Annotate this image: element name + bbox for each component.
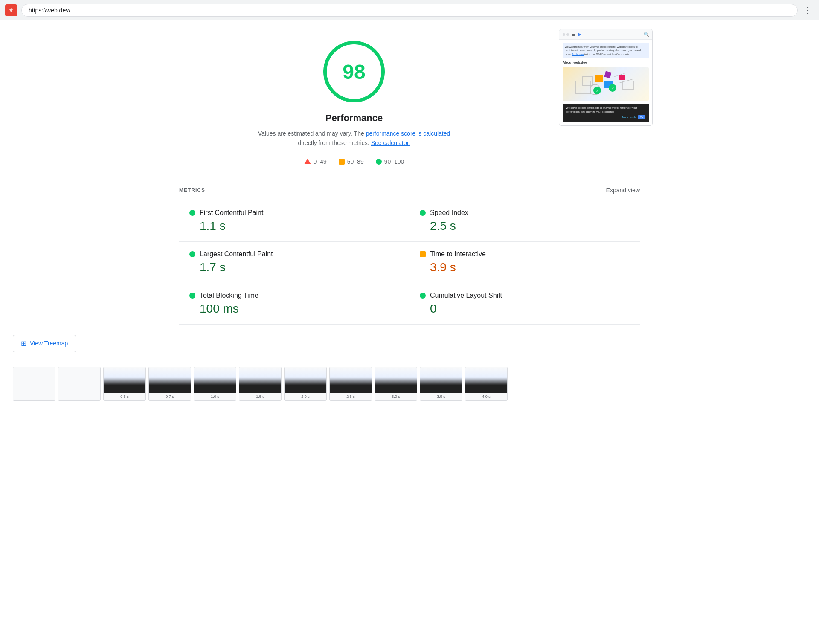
cookie-details-link[interactable]: More details [622,116,636,119]
screenshot-header: ☰ ▶ 🔍 [559,29,652,40]
svg-text:✓: ✓ [596,89,599,93]
film-frame-11: 4.0 s [465,367,508,401]
browser-menu-icon[interactable]: ⋮ [802,3,814,17]
legend-item-green: 90–100 [376,158,404,165]
metric-lcp-name-row: Largest Contentful Paint [189,250,399,258]
metrics-grid: First Contentful Paint 1.1 s Speed Index… [179,200,640,325]
perf-title: Performance [325,113,383,124]
metric-tbt-status-dot [189,293,195,299]
score-value: 98 [343,60,365,84]
metric-tti-value: 3.9 s [420,261,630,274]
left-panel: 98 Performance Values are estimated and … [166,29,542,165]
film-frame-10: 3.5 s [420,367,462,401]
green-circle-icon [376,159,382,165]
film-time-11: 4.0 s [465,393,507,399]
right-panel: ☰ ▶ 🔍 We want to hear from you! We are l… [559,29,653,165]
film-frame-4: 0.7 s [148,367,191,401]
film-time-3: 0.5 s [104,393,145,399]
score-circle: 98 [320,38,388,106]
film-inner-4 [149,367,191,393]
treemap-button[interactable]: ⊞ View Treemap [13,335,76,352]
red-triangle-icon [304,159,311,164]
film-frame-2 [58,367,101,401]
screenshot-dots [563,33,569,36]
metric-fcp-name-row: First Contentful Paint [189,209,399,217]
film-time-6: 1.5 s [239,393,281,399]
metric-fcp-name: First Contentful Paint [200,209,263,217]
metric-lcp-name: Largest Contentful Paint [200,250,273,258]
film-frame-9: 3.0 s [375,367,417,401]
legend-green-label: 90–100 [384,158,404,165]
film-inner-8 [330,367,372,393]
metric-si: Speed Index 2.5 s [410,200,640,242]
svg-text:✓: ✓ [611,86,615,90]
film-inner-2 [58,367,100,393]
cookie-ok-button[interactable]: Ok [638,115,645,119]
metric-cls-name-row: Cumulative Layout Shift [420,292,630,299]
metric-fcp-status-dot [189,210,195,216]
address-bar[interactable]: https://web.dev/ [21,4,798,17]
film-time-1 [13,393,55,395]
legend-red-label: 0–49 [314,158,327,165]
metrics-section: METRICS Expand view First Contentful Pai… [166,187,653,325]
metric-tbt-value: 100 ms [189,302,399,316]
treemap-icon: ⊞ [21,339,26,348]
metric-tti-name: Time to Interactive [430,250,486,258]
main-content: 98 Performance Values are estimated and … [154,20,665,174]
legend-item-orange: 50–89 [339,158,364,165]
metric-tti-status-dot [420,251,426,257]
film-time-7: 2.0 s [285,393,326,399]
film-inner-6 [239,367,281,393]
score-legend: 0–49 50–89 90–100 [304,158,404,165]
film-inner-11 [465,367,507,393]
metric-fcp-value: 1.1 s [189,219,399,233]
browser-logo [5,4,17,16]
hamburger-icon: ☰ [572,32,575,37]
screenshot-about: About web.dev [563,61,649,64]
film-time-8: 2.5 s [330,393,372,399]
metric-lcp-status-dot [189,251,195,257]
metric-tbt-name: Total Blocking Time [200,292,258,299]
film-inner-10 [420,367,462,393]
cookie-bar: We serve cookies on this site to analyze… [563,104,649,122]
metric-tbt: Total Blocking Time 100 ms [179,283,410,325]
svg-rect-5 [595,75,603,82]
metric-tbt-name-row: Total Blocking Time [189,292,399,299]
metric-lcp: Largest Contentful Paint 1.7 s [179,242,410,283]
film-frame-1 [13,367,55,401]
film-inner-1 [13,367,55,393]
banner-link[interactable]: Apply now [572,53,584,55]
metric-si-status-dot [420,210,426,216]
perf-score-link[interactable]: performance score is calculated [366,130,450,137]
legend-orange-label: 50–89 [347,158,364,165]
film-time-5: 1.0 s [194,393,236,399]
subtitle-middle: directly from these metrics. [298,139,371,146]
film-time-2 [58,393,100,395]
metrics-label: METRICS [179,187,205,193]
film-inner-5 [194,367,236,393]
metric-tti: Time to Interactive 3.9 s [410,242,640,283]
divider [0,178,819,178]
film-time-9: 3.0 s [375,393,417,399]
metric-cls-status-dot [420,293,426,299]
expand-view-button[interactable]: Expand view [606,187,640,194]
search-icon: 🔍 [644,32,649,37]
metric-si-value: 2.5 s [420,219,630,233]
browser-bar: https://web.dev/ ⋮ [0,0,819,20]
treemap-label: View Treemap [30,340,68,347]
screenshot-illustration: ✓ ✓ [563,67,649,101]
cookie-text: We serve cookies on this site to analyze… [566,106,645,114]
dot-1 [563,33,565,36]
calculator-link[interactable]: See calculator. [371,139,410,146]
film-frame-5: 1.0 s [194,367,236,401]
screenshot-body: We want to hear from you! We are looking… [559,40,652,125]
film-time-4: 0.7 s [149,393,191,399]
banner-suffix: to join our WebDev Insights Community. [584,53,630,55]
orange-square-icon [339,159,345,165]
svg-rect-6 [604,71,611,78]
filmstrip: 0.5 s 0.7 s 1.0 s 1.5 s 2.0 s 2.5 s [0,363,819,405]
metric-lcp-value: 1.7 s [189,261,399,274]
metric-cls-name: Cumulative Layout Shift [430,292,502,299]
metric-si-name-row: Speed Index [420,209,630,217]
metric-tti-name-row: Time to Interactive [420,250,630,258]
